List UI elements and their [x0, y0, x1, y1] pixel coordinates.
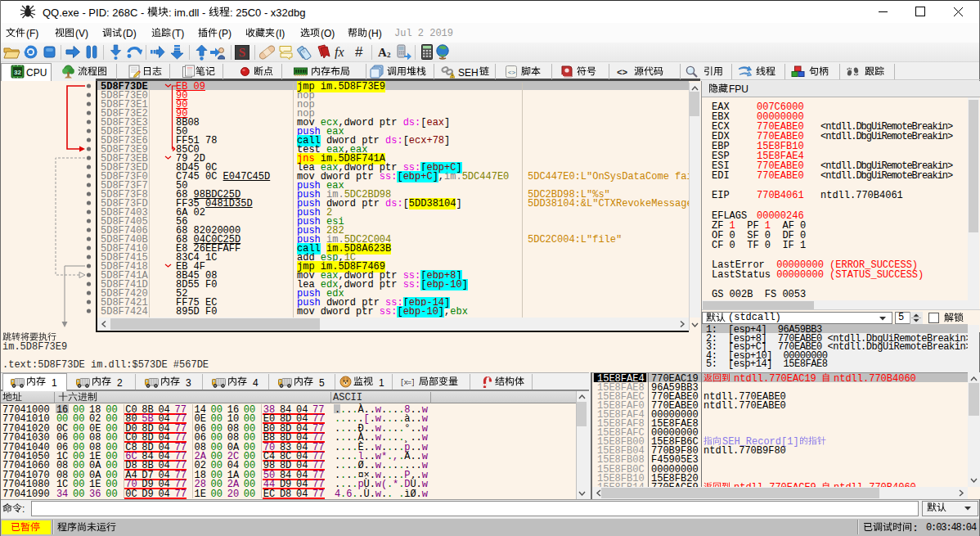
svg-text:S: S [239, 46, 245, 59]
svg-text:#: # [355, 45, 363, 59]
svg-text:[x=]: [x=] [400, 379, 414, 387]
svg-text:fx: fx [335, 45, 344, 59]
svg-text:2: 2 [387, 51, 391, 59]
svg-text:<>: <> [508, 69, 516, 76]
svg-text:A: A [378, 46, 387, 59]
svg-text:<>: <> [617, 68, 628, 78]
